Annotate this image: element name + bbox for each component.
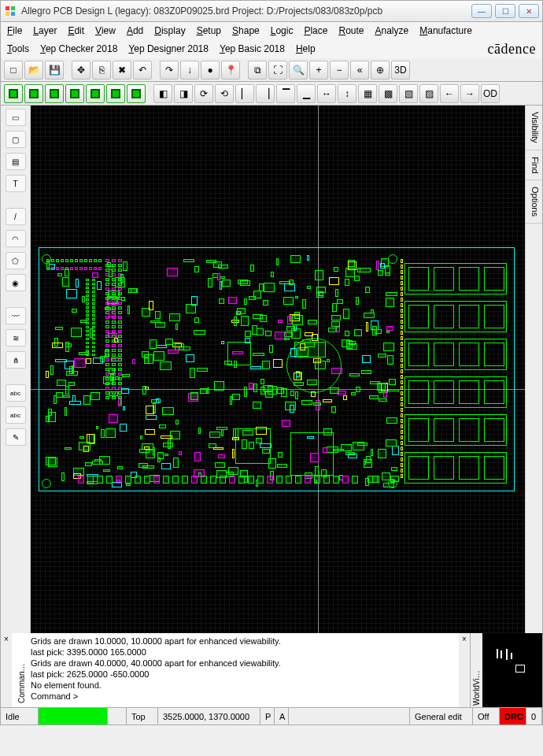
tool-via[interactable]: ◉ [6, 274, 26, 291]
check-button[interactable]: ● [201, 61, 220, 80]
dist-h-button[interactable]: ↔ [317, 84, 336, 103]
menu-yep-basic-2018[interactable]: Yep Basic 2018 [220, 43, 285, 54]
tool-arc[interactable]: ◠ [6, 230, 26, 247]
status-drc[interactable]: DRC [500, 708, 526, 724]
menu-file[interactable]: File [7, 25, 22, 36]
shape-g3-button[interactable] [45, 84, 64, 103]
move-l-button[interactable]: ← [440, 84, 459, 103]
tool-rect[interactable]: ▢ [6, 131, 26, 148]
flip-h-button[interactable]: ◧ [153, 84, 172, 103]
menu-layer[interactable]: Layer [33, 25, 57, 36]
align-r-button[interactable]: ▕ [256, 84, 275, 103]
save-button[interactable]: 💾 [45, 61, 64, 80]
menu-edit[interactable]: Edit [68, 25, 84, 36]
shape-g1-button[interactable] [4, 84, 23, 103]
menu-manufacture[interactable]: Manufacture [419, 25, 472, 36]
tab-find[interactable]: Find [526, 150, 542, 180]
undo-button[interactable]: ↶ [133, 61, 152, 80]
menu-place[interactable]: Place [304, 25, 327, 36]
move-button[interactable]: ✥ [72, 61, 90, 80]
tool-comp[interactable]: ▤ [6, 153, 26, 170]
pcb-component [118, 335, 122, 338]
group1-button[interactable]: ▦ [358, 84, 377, 103]
pcb-component [118, 264, 122, 267]
menu-logic[interactable]: Logic [271, 25, 294, 36]
zoom-prev-button[interactable]: « [350, 61, 369, 80]
tool-abc-add[interactable]: abc [6, 384, 26, 402]
close-button[interactable]: ✕ [519, 4, 539, 18]
pcb-component [388, 389, 400, 392]
left-toolbar: ▭▢▤T/◠⬠◉〰≋⋔abcabc✎ [1, 106, 31, 633]
rotate-ccw-button[interactable]: ⟲ [215, 84, 234, 103]
shape-g5-button[interactable] [86, 84, 105, 103]
zoom-refresh-button[interactable]: 🔍 [289, 61, 308, 80]
menu-yep-designer-2018[interactable]: Yep Designer 2018 [128, 43, 209, 54]
dist-v-button[interactable]: ↕ [338, 84, 356, 103]
status-a[interactable]: A [275, 708, 289, 724]
menu-help[interactable]: Help [296, 43, 316, 54]
menu-analyze[interactable]: Analyze [375, 25, 409, 36]
log-close[interactable]: × [1, 633, 12, 707]
worldview-mini[interactable] [482, 633, 542, 707]
tab-visibility[interactable]: Visibility [526, 106, 542, 150]
status-off[interactable]: Off [473, 708, 500, 724]
tab-options[interactable]: Options [526, 180, 542, 224]
menu-setup[interactable]: Setup [197, 25, 221, 36]
zoom-out-button[interactable]: − [330, 61, 349, 80]
tool-diff[interactable]: ≋ [6, 329, 26, 346]
tool-text[interactable]: T [6, 175, 26, 192]
menu-view[interactable]: View [95, 25, 116, 36]
align-l-button[interactable]: ▏ [235, 84, 254, 103]
menu-tools[interactable]: Tools [7, 43, 29, 54]
status-layer-color[interactable] [39, 708, 108, 724]
copy-button[interactable]: ⎘ [92, 61, 111, 80]
zoom-center-button[interactable]: ⊕ [371, 61, 390, 80]
worldview-close[interactable]: × [459, 633, 470, 707]
pcb-component [484, 456, 504, 480]
align-b-button[interactable]: ▁ [297, 84, 316, 103]
svg-rect-2 [6, 12, 9, 16]
new-button[interactable]: □ [4, 61, 23, 80]
delete-button[interactable]: ✖ [113, 61, 131, 80]
zoom-in-button[interactable]: + [309, 61, 328, 80]
group2-button[interactable]: ▩ [379, 84, 397, 103]
tool-fanout[interactable]: ⋔ [6, 351, 26, 369]
group4-button[interactable]: ▨ [419, 84, 438, 103]
pin-button[interactable]: ↓ [180, 61, 199, 80]
tool-abc-edit[interactable]: abc [6, 406, 26, 424]
rotate-cw-button[interactable]: ⟳ [194, 84, 213, 103]
maximize-button[interactable]: ☐ [495, 4, 515, 18]
pcb-component [190, 392, 198, 400]
zoom-fit-button[interactable]: ⛶ [268, 61, 287, 80]
tool-line[interactable]: / [6, 208, 26, 225]
shape-g2-button[interactable] [24, 84, 43, 103]
menu-yep-checker-2018[interactable]: Yep Checker 2018 [40, 43, 117, 54]
shape-g6-button[interactable] [106, 84, 125, 103]
pcb-component [118, 306, 122, 309]
menu-shape[interactable]: Shape [232, 25, 260, 36]
menu-display[interactable]: Display [154, 25, 185, 36]
redo-button[interactable]: ↷ [160, 61, 179, 80]
odb-button[interactable]: OD [481, 84, 500, 103]
zoom-window-button[interactable]: ⧉ [248, 61, 267, 80]
status-layer[interactable]: Top [127, 708, 158, 724]
tool-pencil[interactable]: ✎ [6, 428, 26, 446]
flip-v-button[interactable]: ◨ [174, 84, 193, 103]
shape-g4-button[interactable] [65, 84, 84, 103]
group3-button[interactable]: ▧ [399, 84, 418, 103]
minimize-button[interactable]: — [471, 4, 492, 18]
pcb-component [273, 359, 283, 369]
tool-poly[interactable]: ⬠ [6, 252, 26, 269]
bookmark-button[interactable]: 📍 [221, 61, 240, 80]
menu-add[interactable]: Add [127, 25, 143, 36]
shape-g7-button[interactable] [127, 84, 146, 103]
tool-trace[interactable]: 〰 [6, 307, 26, 324]
menu-route[interactable]: Route [338, 25, 364, 36]
design-canvas[interactable] [31, 106, 525, 633]
move-r-button[interactable]: → [460, 84, 479, 103]
align-t-button[interactable]: ▔ [276, 84, 295, 103]
tool-select[interactable]: ▭ [6, 109, 26, 126]
status-p[interactable]: P [260, 708, 275, 724]
3d-button[interactable]: 3D [391, 61, 410, 80]
open-button[interactable]: 📂 [24, 61, 43, 80]
